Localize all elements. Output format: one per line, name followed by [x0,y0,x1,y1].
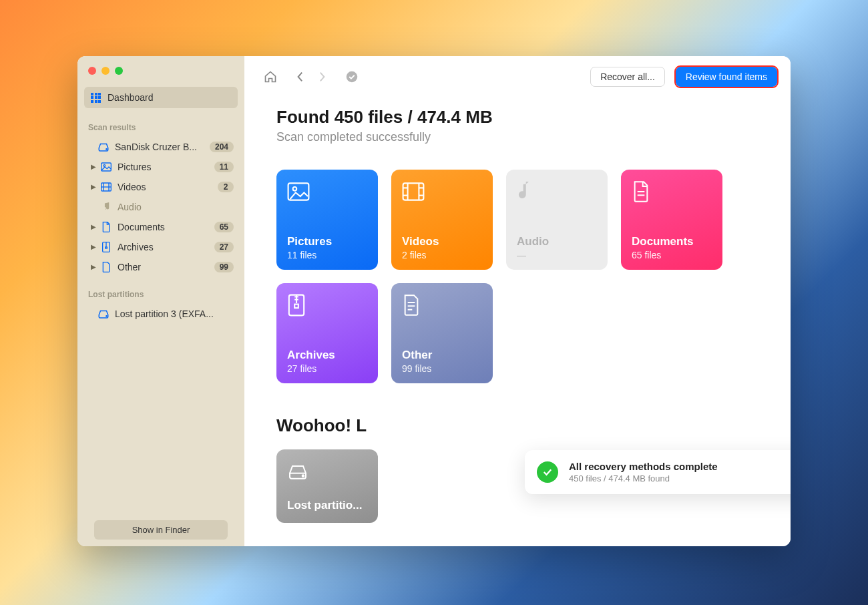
grid-icon [91,93,101,103]
tile-audio: Audio — [506,170,608,270]
tile-title: Other [402,349,482,362]
svg-point-2 [103,165,105,167]
drive-badge: 204 [210,142,234,152]
svg-rect-1 [101,163,112,171]
disk-icon [97,142,110,152]
scan-results-tree: SanDisk Cruzer B... 204 ▶ Pictures 11 ▶ … [84,138,238,276]
woohoo-heading: Woohoo! L [276,415,771,436]
item-label: Archives [118,242,214,252]
section-scan-results: Scan results [84,123,238,138]
sidebar-audio[interactable]: Audio [84,198,238,216]
tile-sub: 2 files [402,250,482,260]
dashboard-button[interactable]: Dashboard [84,87,238,108]
document-icon [100,222,112,232]
other-icon [100,262,112,272]
sidebar-other[interactable]: ▶ Other 99 [84,258,238,276]
item-label: Documents [118,222,214,232]
tile-sub: 99 files [402,363,482,374]
drive-item[interactable]: SanDisk Cruzer B... 204 [84,138,238,156]
video-icon [100,182,112,192]
svg-rect-9 [105,247,107,248]
category-tiles: Pictures 11 files Videos 2 files [276,170,771,383]
lost-partition-label: Lost partition 3 (EXFA... [115,309,234,319]
audio-icon [517,179,597,204]
recover-all-button[interactable]: Recover all... [590,67,665,87]
document-icon [632,179,712,204]
tile-title: Audio [517,235,597,248]
video-icon [402,179,482,204]
svg-point-13 [293,187,297,191]
chevron-right-icon: ▶ [91,223,100,230]
check-status-icon[interactable] [345,69,359,84]
review-found-items-button[interactable]: Review found items [676,67,777,87]
tile-sub: 65 files [632,250,712,260]
page-subtitle: Scan completed successfully [276,130,771,144]
sidebar-documents[interactable]: ▶ Documents 65 [84,218,238,236]
tile-sub: — [517,250,597,260]
item-badge: 11 [214,162,234,172]
item-badge: 99 [214,262,234,272]
check-circle-icon [537,461,558,483]
other-icon [402,292,482,318]
picture-icon [100,162,112,172]
drive-label: SanDisk Cruzer B... [115,142,210,152]
tile-title: Pictures [287,235,367,248]
svg-point-11 [347,71,358,83]
sidebar-pictures[interactable]: ▶ Pictures 11 [84,158,238,176]
tile-sub: 27 files [287,363,367,374]
sidebar-videos[interactable]: ▶ Videos 2 [84,178,238,196]
nav-back[interactable] [292,69,307,84]
toast-title: All recovery methods complete [569,461,791,472]
app-window: Dashboard Scan results SanDisk Cruzer B.… [77,56,791,546]
item-badge: 2 [218,182,234,192]
tile-videos[interactable]: Videos 2 files [391,170,493,270]
home-icon[interactable] [263,69,278,84]
archive-icon [287,292,367,318]
dashboard-label: Dashboard [107,92,154,103]
item-label: Videos [118,182,218,192]
item-badge: 27 [214,242,234,252]
minimize-window[interactable] [101,67,110,75]
item-label: Other [118,262,214,272]
item-label: Pictures [118,162,214,172]
show-in-finder-button[interactable]: Show in Finder [94,520,228,540]
svg-point-10 [106,316,107,317]
nav-forward[interactable] [315,69,330,84]
sidebar: Dashboard Scan results SanDisk Cruzer B.… [77,56,244,546]
toolbar: Recover all... Review found items [244,56,791,93]
close-window[interactable] [88,67,96,75]
item-label: Audio [118,202,234,212]
main-content: Recover all... Review found items Found … [244,56,791,546]
svg-rect-14 [403,183,424,200]
item-badge: 65 [214,222,234,232]
svg-rect-27 [294,305,298,309]
section-lost-partitions: Lost partitions [84,290,238,305]
tile-documents[interactable]: Documents 65 files [621,170,722,270]
archive-icon [100,242,112,252]
chevron-right-icon: ▶ [91,263,100,270]
tile-title: Lost partitio... [287,499,367,512]
completion-toast: All recovery methods complete 450 files … [525,450,791,494]
picture-icon [287,179,367,204]
tile-title: Archives [287,349,367,362]
tile-title: Documents [632,235,712,248]
chevron-right-icon: ▶ [91,163,100,170]
tile-other[interactable]: Other 99 files [391,283,493,383]
page-title: Found 450 files / 474.4 MB [276,107,771,128]
chevron-right-icon: ▶ [91,183,100,190]
lost-partitions-tree: Lost partition 3 (EXFA... [84,305,238,323]
tile-pictures[interactable]: Pictures 11 files [276,170,378,270]
tile-title: Videos [402,235,482,248]
zoom-window[interactable] [115,67,123,75]
sidebar-archives[interactable]: ▶ Archives 27 [84,238,238,256]
tile-sub: 11 files [287,250,367,260]
audio-icon [100,202,112,212]
svg-point-0 [106,149,107,150]
window-controls [84,64,238,87]
disk-icon [287,459,367,484]
lost-partition-item[interactable]: Lost partition 3 (EXFA... [84,305,238,323]
toast-subtitle: 450 files / 474.4 MB found [569,473,791,483]
svg-point-32 [302,475,304,477]
tile-lost-partition[interactable]: Lost partitio... [276,449,378,523]
tile-archives[interactable]: Archives 27 files [276,283,378,383]
